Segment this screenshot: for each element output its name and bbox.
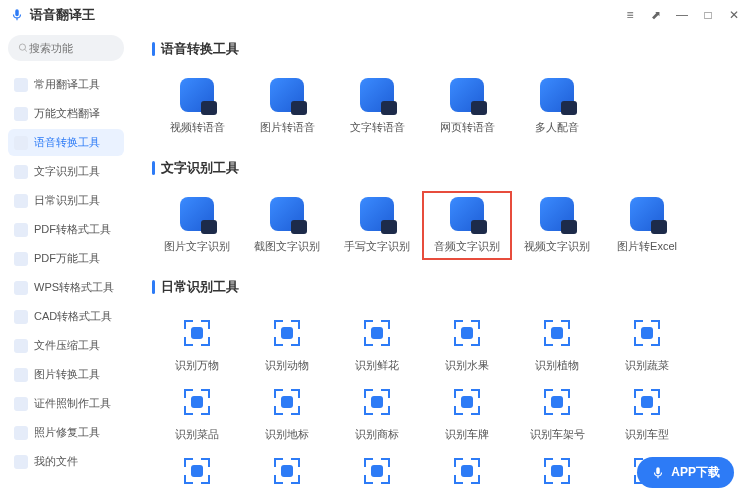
section-title: 文字识别工具 (161, 159, 239, 177)
tool-item[interactable]: 多人配音 (512, 72, 602, 141)
scan-icon (450, 454, 484, 488)
sidebar-item[interactable]: 语音转换工具 (8, 129, 124, 156)
search-box[interactable] (8, 35, 124, 61)
sidebar-label: 我的文件 (34, 454, 78, 469)
sidebar-icon (14, 136, 28, 150)
sidebar-item[interactable]: PDF转格式工具 (8, 216, 124, 243)
tool-item[interactable]: 识别植物 (512, 310, 602, 379)
section-header: 日常识别工具 (152, 278, 730, 296)
sidebar-icon (14, 339, 28, 353)
tool-label: 识别水果 (445, 358, 489, 373)
sidebar-label: PDF转格式工具 (34, 222, 111, 237)
tool-item[interactable]: 识别水果 (422, 310, 512, 379)
maximize-button[interactable]: □ (702, 9, 714, 21)
tool-item[interactable] (242, 448, 332, 500)
tool-icon (270, 78, 304, 112)
tool-label: 截图文字识别 (254, 239, 320, 254)
tool-icon (180, 197, 214, 231)
sidebar-item[interactable]: 日常识别工具 (8, 187, 124, 214)
mic-icon (10, 8, 24, 22)
tool-icon (180, 78, 214, 112)
tool-label: 图片文字识别 (164, 239, 230, 254)
scan-icon (540, 385, 574, 419)
sidebar-label: 证件照制作工具 (34, 396, 111, 411)
tool-item[interactable]: 音频文字识别 (422, 191, 512, 260)
tool-item[interactable]: 识别车架号 (512, 379, 602, 448)
tool-item[interactable]: 识别万物 (152, 310, 242, 379)
sidebar-icon (14, 397, 28, 411)
svg-point-0 (19, 44, 25, 50)
scan-icon (540, 316, 574, 350)
sidebar-item[interactable]: 我的文件 (8, 448, 124, 475)
tool-item[interactable]: 识别鲜花 (332, 310, 422, 379)
tool-item[interactable]: 图片文字识别 (152, 191, 242, 260)
sidebar-icon (14, 107, 28, 121)
sidebar-label: 图片转换工具 (34, 367, 100, 382)
sidebar-item[interactable]: PDF万能工具 (8, 245, 124, 272)
menu-icon[interactable]: ≡ (624, 9, 636, 21)
tool-item[interactable]: 识别地标 (242, 379, 332, 448)
tool-item[interactable] (332, 448, 422, 500)
sidebar-icon (14, 368, 28, 382)
tool-label: 识别车架号 (530, 427, 585, 442)
tool-label: 图片转语音 (260, 120, 315, 135)
sidebar-icon (14, 194, 28, 208)
tool-item[interactable]: 识别菜品 (152, 379, 242, 448)
tool-item[interactable] (422, 448, 512, 500)
sidebar-icon (14, 165, 28, 179)
app-download-button[interactable]: APP下载 (637, 457, 734, 488)
scan-icon (630, 316, 664, 350)
scan-icon (270, 385, 304, 419)
tool-label: 识别车型 (625, 427, 669, 442)
sidebar-item[interactable]: 图片转换工具 (8, 361, 124, 388)
sidebar-item[interactable]: WPS转格式工具 (8, 274, 124, 301)
tool-label: 视频文字识别 (524, 239, 590, 254)
search-input[interactable] (29, 42, 114, 54)
section-title: 日常识别工具 (161, 278, 239, 296)
sidebar-icon (14, 223, 28, 237)
tool-item[interactable]: 视频文字识别 (512, 191, 602, 260)
app-title: 语音翻译王 (30, 6, 95, 24)
tool-item[interactable] (152, 448, 242, 500)
sidebar-item[interactable]: 文件压缩工具 (8, 332, 124, 359)
tool-icon (270, 197, 304, 231)
sidebar-item[interactable]: CAD转格式工具 (8, 303, 124, 330)
section-header: 文字识别工具 (152, 159, 730, 177)
tool-item[interactable]: 识别动物 (242, 310, 332, 379)
tool-item[interactable]: 文字转语音 (332, 72, 422, 141)
minimize-button[interactable]: — (676, 9, 688, 21)
tool-icon (540, 78, 574, 112)
tool-label: 多人配音 (535, 120, 579, 135)
sidebar-item[interactable]: 证件照制作工具 (8, 390, 124, 417)
tool-item[interactable]: 视频转语音 (152, 72, 242, 141)
tool-item[interactable]: 识别商标 (332, 379, 422, 448)
tool-item[interactable]: 图片转语音 (242, 72, 332, 141)
main-content: 语音转换工具视频转语音图片转语音文字转语音网页转语音多人配音文字识别工具图片文字… (132, 30, 750, 500)
tool-label: 文字转语音 (350, 120, 405, 135)
tool-item[interactable]: 识别蔬菜 (602, 310, 692, 379)
scan-icon (360, 454, 394, 488)
scan-icon (360, 316, 394, 350)
tool-item[interactable] (512, 448, 602, 500)
sidebar-item[interactable]: 照片修复工具 (8, 419, 124, 446)
scan-icon (180, 454, 214, 488)
tool-item[interactable]: 图片转Excel (602, 191, 692, 260)
sidebar-item[interactable]: 常用翻译工具 (8, 71, 124, 98)
close-button[interactable]: ✕ (728, 9, 740, 21)
tool-icon (360, 78, 394, 112)
titlebar: 语音翻译王 ≡ ⬈ — □ ✕ (0, 0, 750, 30)
sidebar-label: 日常识别工具 (34, 193, 100, 208)
sidebar-label: 常用翻译工具 (34, 77, 100, 92)
tool-item[interactable]: 手写文字识别 (332, 191, 422, 260)
tool-item[interactable]: 识别车型 (602, 379, 692, 448)
sidebar-icon (14, 426, 28, 440)
tool-item[interactable]: 识别车牌 (422, 379, 512, 448)
tool-item[interactable]: 截图文字识别 (242, 191, 332, 260)
tool-item[interactable]: 网页转语音 (422, 72, 512, 141)
sidebar-label: PDF万能工具 (34, 251, 100, 266)
external-icon[interactable]: ⬈ (650, 9, 662, 21)
scan-icon (450, 316, 484, 350)
sidebar-item[interactable]: 文字识别工具 (8, 158, 124, 185)
scan-icon (360, 385, 394, 419)
sidebar-item[interactable]: 万能文档翻译 (8, 100, 124, 127)
